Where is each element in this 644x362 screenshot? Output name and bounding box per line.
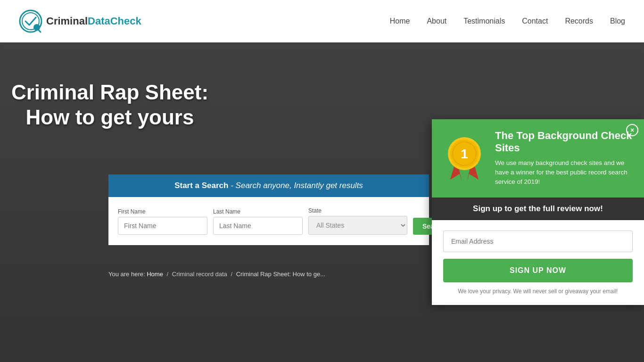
search-italic-label: - Search anyone, Instantly get results [231,181,363,190]
email-input[interactable] [443,230,633,252]
signup-button[interactable]: SIGN UP NOW [443,259,633,282]
site-header: CriminalDataCheck Home About Testimonial… [0,0,644,42]
state-select[interactable]: All States Alabama Alaska Arizona Califo… [308,216,407,235]
breadcrumb: You are here: Home / Criminal record dat… [108,271,325,278]
popup-description: We use many background check sites and w… [495,158,633,187]
search-bold-label: Start a Search [174,181,228,190]
search-header-text: Start a Search - Search anyone, Instantl… [174,181,363,190]
last-name-input[interactable] [213,217,303,235]
logo-icon [19,9,42,33]
state-label: State [308,207,407,214]
popup-modal: 1 The Top Background Check Sites We use … [432,119,644,305]
popup-subtitle: Sign up to get the full review now! [443,204,633,214]
popup-header: 1 The Top Background Check Sites We use … [432,119,644,197]
nav-blog[interactable]: Blog [610,17,625,25]
last-name-field: Last Name [213,208,303,235]
popup-subtitle-bar: Sign up to get the full review now! [432,197,644,220]
nav-home[interactable]: Home [390,17,410,25]
main-nav: Home About Testimonials Contact Records … [390,17,625,25]
first-name-input[interactable] [118,217,207,235]
nav-contact[interactable]: Contact [522,17,548,25]
logo-text: CriminalDataCheck [46,15,141,27]
medal: 1 [443,132,486,184]
search-header: Start a Search - Search anyone, Instantl… [108,174,429,197]
last-name-label: Last Name [213,208,303,215]
state-field: State All States Alabama Alaska Arizona … [308,207,407,235]
privacy-text: We love your privacy. We will never sell… [443,288,633,295]
svg-text:1: 1 [461,147,468,161]
breadcrumb-home[interactable]: Home [147,271,163,278]
nav-records[interactable]: Records [565,17,593,25]
nav-about[interactable]: About [427,17,446,25]
svg-line-3 [38,30,41,32]
logo[interactable]: CriminalDataCheck [19,9,141,33]
first-name-field: First Name [118,208,207,235]
breadcrumb-current: Criminal Rap Sheet: How to ge... [236,271,325,278]
popup-close-button[interactable]: × [626,124,638,136]
popup-title: The Top Background Check Sites [495,130,633,155]
search-box: Start a Search - Search anyone, Instantl… [108,174,429,245]
breadcrumb-criminal-record[interactable]: Criminal record data [172,271,227,278]
nav-testimonials[interactable]: Testimonials [463,17,505,25]
popup-body: SIGN UP NOW We love your privacy. We wil… [432,220,644,305]
first-name-label: First Name [118,208,207,215]
hero-title: Criminal Rap Sheet: How to get yours [0,80,220,130]
search-body: First Name Last Name State All States Al… [108,197,429,245]
breadcrumb-prefix: You are here: [108,271,147,278]
